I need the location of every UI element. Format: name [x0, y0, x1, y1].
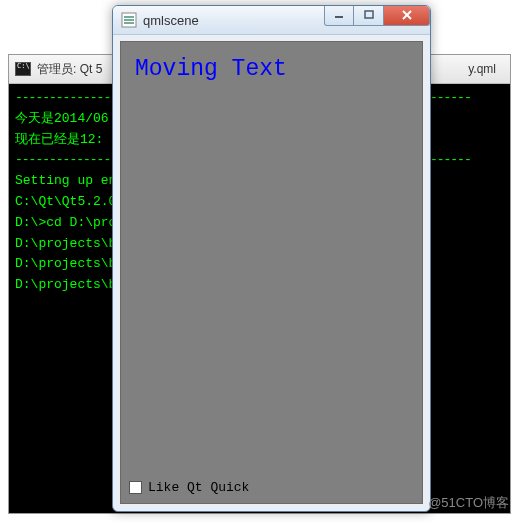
- qmlscene-titlebar[interactable]: qmlscene: [113, 6, 430, 35]
- checkbox-row: Like Qt Quick: [129, 480, 249, 495]
- checkbox-input[interactable]: [129, 481, 142, 494]
- svg-rect-2: [124, 19, 134, 21]
- watermark-text: @51CTO博客: [428, 494, 509, 512]
- window-controls: [324, 6, 430, 26]
- close-button[interactable]: [384, 6, 430, 26]
- qml-content-area[interactable]: Moving Text Like Qt Quick: [120, 41, 423, 504]
- svg-rect-1: [124, 16, 134, 18]
- svg-rect-5: [365, 11, 373, 18]
- qmlscene-window: qmlscene Moving Text Like Qt Quick: [112, 5, 431, 512]
- maximize-button[interactable]: [354, 6, 384, 26]
- checkbox-label: Like Qt Quick: [148, 480, 249, 495]
- svg-rect-3: [124, 22, 134, 24]
- app-icon: [121, 12, 137, 28]
- moving-text-label: Moving Text: [135, 56, 287, 82]
- minimize-button[interactable]: [324, 6, 354, 26]
- console-title-left: 管理员: Qt 5: [37, 61, 102, 78]
- qmlscene-title: qmlscene: [143, 13, 324, 28]
- cmd-icon: [15, 62, 31, 76]
